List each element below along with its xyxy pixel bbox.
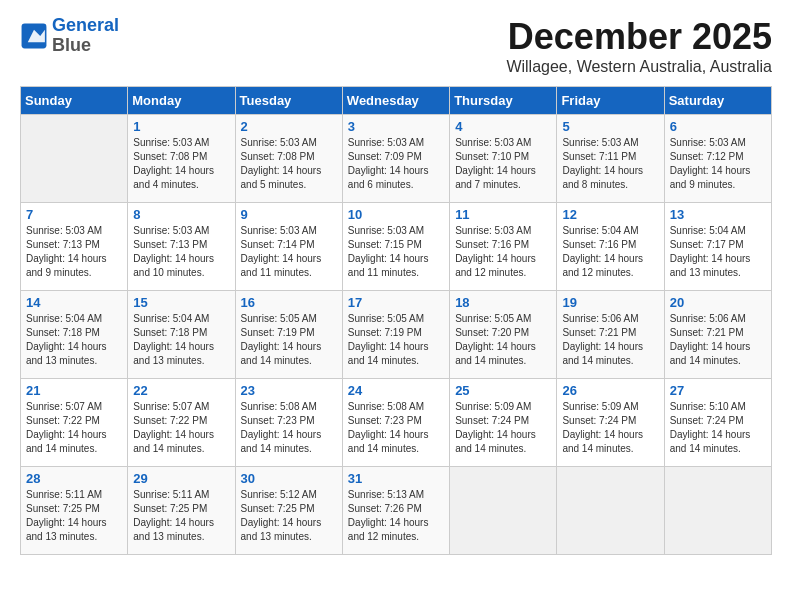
calendar-cell: 30Sunrise: 5:12 AM Sunset: 7:25 PM Dayli… xyxy=(235,467,342,555)
cell-daylight-info: Sunrise: 5:09 AM Sunset: 7:24 PM Dayligh… xyxy=(455,400,551,456)
day-number: 21 xyxy=(26,383,122,398)
day-number: 8 xyxy=(133,207,229,222)
cell-daylight-info: Sunrise: 5:03 AM Sunset: 7:09 PM Dayligh… xyxy=(348,136,444,192)
cell-daylight-info: Sunrise: 5:07 AM Sunset: 7:22 PM Dayligh… xyxy=(133,400,229,456)
day-number: 23 xyxy=(241,383,337,398)
day-number: 10 xyxy=(348,207,444,222)
calendar-cell: 4Sunrise: 5:03 AM Sunset: 7:10 PM Daylig… xyxy=(450,115,557,203)
calendar-cell: 16Sunrise: 5:05 AM Sunset: 7:19 PM Dayli… xyxy=(235,291,342,379)
logo-icon xyxy=(20,22,48,50)
cell-daylight-info: Sunrise: 5:03 AM Sunset: 7:10 PM Dayligh… xyxy=(455,136,551,192)
dow-header: Friday xyxy=(557,87,664,115)
calendar-cell: 23Sunrise: 5:08 AM Sunset: 7:23 PM Dayli… xyxy=(235,379,342,467)
calendar-cell: 9Sunrise: 5:03 AM Sunset: 7:14 PM Daylig… xyxy=(235,203,342,291)
calendar-cell: 15Sunrise: 5:04 AM Sunset: 7:18 PM Dayli… xyxy=(128,291,235,379)
day-number: 24 xyxy=(348,383,444,398)
calendar-cell: 3Sunrise: 5:03 AM Sunset: 7:09 PM Daylig… xyxy=(342,115,449,203)
calendar-cell: 8Sunrise: 5:03 AM Sunset: 7:13 PM Daylig… xyxy=(128,203,235,291)
day-number: 19 xyxy=(562,295,658,310)
cell-daylight-info: Sunrise: 5:03 AM Sunset: 7:12 PM Dayligh… xyxy=(670,136,766,192)
day-number: 15 xyxy=(133,295,229,310)
day-number: 13 xyxy=(670,207,766,222)
day-number: 14 xyxy=(26,295,122,310)
cell-daylight-info: Sunrise: 5:03 AM Sunset: 7:15 PM Dayligh… xyxy=(348,224,444,280)
cell-daylight-info: Sunrise: 5:08 AM Sunset: 7:23 PM Dayligh… xyxy=(241,400,337,456)
day-number: 2 xyxy=(241,119,337,134)
cell-daylight-info: Sunrise: 5:12 AM Sunset: 7:25 PM Dayligh… xyxy=(241,488,337,544)
day-number: 20 xyxy=(670,295,766,310)
cell-daylight-info: Sunrise: 5:03 AM Sunset: 7:08 PM Dayligh… xyxy=(241,136,337,192)
title-block: December 2025 Willagee, Western Australi… xyxy=(506,16,772,76)
day-number: 4 xyxy=(455,119,551,134)
day-number: 5 xyxy=(562,119,658,134)
cell-daylight-info: Sunrise: 5:04 AM Sunset: 7:16 PM Dayligh… xyxy=(562,224,658,280)
calendar-week-row: 21Sunrise: 5:07 AM Sunset: 7:22 PM Dayli… xyxy=(21,379,772,467)
day-number: 22 xyxy=(133,383,229,398)
calendar-cell: 5Sunrise: 5:03 AM Sunset: 7:11 PM Daylig… xyxy=(557,115,664,203)
calendar-cell: 12Sunrise: 5:04 AM Sunset: 7:16 PM Dayli… xyxy=(557,203,664,291)
calendar-cell: 26Sunrise: 5:09 AM Sunset: 7:24 PM Dayli… xyxy=(557,379,664,467)
calendar-week-row: 14Sunrise: 5:04 AM Sunset: 7:18 PM Dayli… xyxy=(21,291,772,379)
calendar-cell: 25Sunrise: 5:09 AM Sunset: 7:24 PM Dayli… xyxy=(450,379,557,467)
day-number: 30 xyxy=(241,471,337,486)
calendar-cell: 2Sunrise: 5:03 AM Sunset: 7:08 PM Daylig… xyxy=(235,115,342,203)
calendar-cell: 17Sunrise: 5:05 AM Sunset: 7:19 PM Dayli… xyxy=(342,291,449,379)
month-title: December 2025 xyxy=(506,16,772,58)
cell-daylight-info: Sunrise: 5:08 AM Sunset: 7:23 PM Dayligh… xyxy=(348,400,444,456)
cell-daylight-info: Sunrise: 5:11 AM Sunset: 7:25 PM Dayligh… xyxy=(26,488,122,544)
cell-daylight-info: Sunrise: 5:07 AM Sunset: 7:22 PM Dayligh… xyxy=(26,400,122,456)
day-number: 26 xyxy=(562,383,658,398)
calendar-cell: 18Sunrise: 5:05 AM Sunset: 7:20 PM Dayli… xyxy=(450,291,557,379)
cell-daylight-info: Sunrise: 5:03 AM Sunset: 7:14 PM Dayligh… xyxy=(241,224,337,280)
calendar-cell: 13Sunrise: 5:04 AM Sunset: 7:17 PM Dayli… xyxy=(664,203,771,291)
day-number: 27 xyxy=(670,383,766,398)
cell-daylight-info: Sunrise: 5:03 AM Sunset: 7:16 PM Dayligh… xyxy=(455,224,551,280)
calendar-week-row: 1Sunrise: 5:03 AM Sunset: 7:08 PM Daylig… xyxy=(21,115,772,203)
page-header: GeneralBlue December 2025 Willagee, West… xyxy=(20,16,772,76)
dow-header: Thursday xyxy=(450,87,557,115)
calendar-week-row: 28Sunrise: 5:11 AM Sunset: 7:25 PM Dayli… xyxy=(21,467,772,555)
day-number: 6 xyxy=(670,119,766,134)
cell-daylight-info: Sunrise: 5:09 AM Sunset: 7:24 PM Dayligh… xyxy=(562,400,658,456)
dow-header: Saturday xyxy=(664,87,771,115)
day-number: 28 xyxy=(26,471,122,486)
location-title: Willagee, Western Australia, Australia xyxy=(506,58,772,76)
cell-daylight-info: Sunrise: 5:04 AM Sunset: 7:18 PM Dayligh… xyxy=(26,312,122,368)
cell-daylight-info: Sunrise: 5:05 AM Sunset: 7:19 PM Dayligh… xyxy=(241,312,337,368)
day-number: 3 xyxy=(348,119,444,134)
cell-daylight-info: Sunrise: 5:05 AM Sunset: 7:19 PM Dayligh… xyxy=(348,312,444,368)
calendar-table: SundayMondayTuesdayWednesdayThursdayFrid… xyxy=(20,86,772,555)
calendar-cell: 29Sunrise: 5:11 AM Sunset: 7:25 PM Dayli… xyxy=(128,467,235,555)
cell-daylight-info: Sunrise: 5:04 AM Sunset: 7:18 PM Dayligh… xyxy=(133,312,229,368)
calendar-cell: 31Sunrise: 5:13 AM Sunset: 7:26 PM Dayli… xyxy=(342,467,449,555)
day-number: 9 xyxy=(241,207,337,222)
calendar-cell xyxy=(21,115,128,203)
logo-text: GeneralBlue xyxy=(52,16,119,56)
day-number: 16 xyxy=(241,295,337,310)
cell-daylight-info: Sunrise: 5:11 AM Sunset: 7:25 PM Dayligh… xyxy=(133,488,229,544)
calendar-cell: 11Sunrise: 5:03 AM Sunset: 7:16 PM Dayli… xyxy=(450,203,557,291)
calendar-cell xyxy=(557,467,664,555)
calendar-cell: 6Sunrise: 5:03 AM Sunset: 7:12 PM Daylig… xyxy=(664,115,771,203)
calendar-cell: 20Sunrise: 5:06 AM Sunset: 7:21 PM Dayli… xyxy=(664,291,771,379)
calendar-cell: 1Sunrise: 5:03 AM Sunset: 7:08 PM Daylig… xyxy=(128,115,235,203)
dow-header: Sunday xyxy=(21,87,128,115)
day-number: 25 xyxy=(455,383,551,398)
cell-daylight-info: Sunrise: 5:03 AM Sunset: 7:08 PM Dayligh… xyxy=(133,136,229,192)
cell-daylight-info: Sunrise: 5:10 AM Sunset: 7:24 PM Dayligh… xyxy=(670,400,766,456)
calendar-week-row: 7Sunrise: 5:03 AM Sunset: 7:13 PM Daylig… xyxy=(21,203,772,291)
cell-daylight-info: Sunrise: 5:06 AM Sunset: 7:21 PM Dayligh… xyxy=(670,312,766,368)
calendar-cell: 28Sunrise: 5:11 AM Sunset: 7:25 PM Dayli… xyxy=(21,467,128,555)
cell-daylight-info: Sunrise: 5:06 AM Sunset: 7:21 PM Dayligh… xyxy=(562,312,658,368)
logo: GeneralBlue xyxy=(20,16,119,56)
day-number: 1 xyxy=(133,119,229,134)
cell-daylight-info: Sunrise: 5:03 AM Sunset: 7:13 PM Dayligh… xyxy=(133,224,229,280)
day-number: 7 xyxy=(26,207,122,222)
day-number: 31 xyxy=(348,471,444,486)
cell-daylight-info: Sunrise: 5:03 AM Sunset: 7:13 PM Dayligh… xyxy=(26,224,122,280)
cell-daylight-info: Sunrise: 5:04 AM Sunset: 7:17 PM Dayligh… xyxy=(670,224,766,280)
calendar-cell: 19Sunrise: 5:06 AM Sunset: 7:21 PM Dayli… xyxy=(557,291,664,379)
calendar-cell: 7Sunrise: 5:03 AM Sunset: 7:13 PM Daylig… xyxy=(21,203,128,291)
day-number: 29 xyxy=(133,471,229,486)
cell-daylight-info: Sunrise: 5:13 AM Sunset: 7:26 PM Dayligh… xyxy=(348,488,444,544)
